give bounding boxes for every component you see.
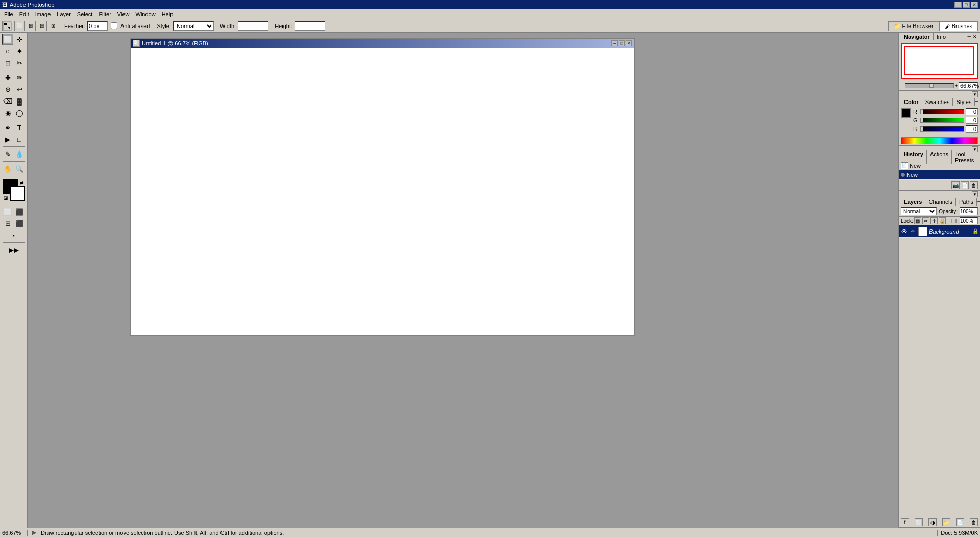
- full-screen-btn[interactable]: ▪: [8, 229, 19, 241]
- green-slider[interactable]: [920, 118, 964, 123]
- standard-screen-btn[interactable]: ⊞: [2, 218, 13, 229]
- tab-tool-presets[interactable]: Tool Presets: [952, 150, 977, 164]
- layer-adjust-btn[interactable]: ◑: [928, 518, 937, 526]
- file-browser-tab[interactable]: 📁 File Browser: [888, 21, 939, 31]
- brush-tool[interactable]: ✏: [14, 72, 25, 83]
- jump-to-imageready-btn[interactable]: ▶▶: [3, 244, 25, 255]
- menu-view[interactable]: View: [114, 10, 133, 18]
- lock-pixels-btn[interactable]: ✏: [922, 217, 929, 224]
- notes-tool[interactable]: ✎: [2, 148, 13, 160]
- history-delete-btn[interactable]: 🗑: [970, 181, 978, 189]
- menu-file[interactable]: File: [1, 10, 16, 18]
- tab-actions[interactable]: Actions: [927, 150, 952, 164]
- navigator-close-btn[interactable]: ✕: [972, 34, 978, 40]
- brushes-tab[interactable]: 🖌 Brushes: [939, 21, 978, 31]
- lock-all-btn[interactable]: 🔒: [939, 217, 946, 224]
- magic-wand-tool[interactable]: ✦: [14, 45, 25, 57]
- background-color[interactable]: [10, 186, 25, 201]
- zoom-in-btn[interactable]: +: [955, 83, 958, 88]
- zoom-tool[interactable]: 🔍: [14, 163, 25, 174]
- move-tool[interactable]: ✛: [14, 34, 25, 45]
- new-selection-btn[interactable]: ⬜: [14, 21, 24, 31]
- layer-visibility-icon[interactable]: 👁: [901, 228, 908, 235]
- doc-minimize-btn[interactable]: ─: [611, 40, 618, 46]
- subtract-selection-btn[interactable]: ⊟: [37, 21, 47, 31]
- blend-mode-select[interactable]: Normal Dissolve Multiply: [901, 207, 937, 215]
- close-button[interactable]: ✕: [971, 2, 978, 8]
- anti-alias-checkbox[interactable]: [111, 22, 117, 29]
- zoom-out-btn[interactable]: ─: [901, 83, 904, 88]
- fill-input[interactable]: [960, 217, 978, 224]
- quickmask-mode-btn[interactable]: ⬛: [14, 206, 25, 217]
- menu-help[interactable]: Help: [159, 10, 177, 18]
- red-slider[interactable]: [920, 109, 964, 114]
- history-item-1[interactable]: New: [899, 170, 980, 180]
- hand-tool[interactable]: ✋: [2, 163, 13, 174]
- standard-mode-btn[interactable]: ⬜: [2, 206, 13, 217]
- menu-edit[interactable]: Edit: [16, 10, 32, 18]
- add-selection-btn[interactable]: ⊞: [26, 21, 36, 31]
- dodge-tool[interactable]: ◯: [14, 107, 25, 118]
- height-input[interactable]: [295, 21, 325, 31]
- tab-navigator[interactable]: Navigator: [901, 33, 934, 40]
- opacity-input[interactable]: [960, 207, 978, 215]
- tab-layers[interactable]: Layers: [901, 198, 925, 206]
- eraser-tool[interactable]: ⌫: [2, 95, 13, 107]
- status-play-btn[interactable]: ▶: [31, 529, 38, 536]
- full-screen-menu-btn[interactable]: ⬛: [14, 218, 25, 229]
- swap-colors-icon[interactable]: ⇄: [20, 180, 24, 185]
- color-foreground-swatch[interactable]: [901, 108, 911, 118]
- history-new-doc-btn[interactable]: 📄: [961, 181, 969, 189]
- feather-input[interactable]: [87, 21, 108, 31]
- b-value[interactable]: [966, 125, 978, 133]
- layer-style-btn[interactable]: f: [901, 518, 909, 526]
- default-colors-icon[interactable]: ◪: [4, 195, 8, 200]
- document-canvas[interactable]: [131, 48, 634, 335]
- history-collapse-btn[interactable]: ─: [977, 154, 980, 160]
- zoom-slider[interactable]: [905, 83, 953, 88]
- tab-channels[interactable]: Channels: [925, 198, 955, 206]
- tab-paths[interactable]: Paths: [956, 198, 977, 206]
- intersect-selection-btn[interactable]: ⊠: [48, 21, 58, 31]
- shape-tool[interactable]: □: [14, 134, 25, 145]
- menu-image[interactable]: Image: [32, 10, 54, 18]
- layer-item-background[interactable]: 👁 ✏ Background 🔒: [899, 225, 980, 238]
- slice-tool[interactable]: ✂: [14, 57, 25, 68]
- layers-collapse-btn[interactable]: ─: [977, 199, 980, 205]
- clone-stamp-tool[interactable]: ⊕: [2, 84, 13, 95]
- tab-styles[interactable]: Styles: [953, 98, 975, 106]
- history-brush-tool[interactable]: ↩: [14, 84, 25, 95]
- layer-mask-btn[interactable]: ⬜: [915, 518, 923, 526]
- navigator-collapse-btn[interactable]: ─: [968, 34, 971, 40]
- gradient-tool[interactable]: ▓: [14, 95, 25, 107]
- blue-slider[interactable]: [920, 126, 964, 132]
- crop-tool[interactable]: ⊡: [2, 57, 13, 68]
- blur-tool[interactable]: ◉: [2, 107, 13, 118]
- tab-info[interactable]: Info: [934, 33, 949, 40]
- g-value[interactable]: [966, 117, 978, 124]
- menu-select[interactable]: Select: [74, 10, 96, 18]
- tab-swatches[interactable]: Swatches: [922, 98, 953, 106]
- color-spectrum[interactable]: [901, 137, 978, 144]
- lock-position-btn[interactable]: ✛: [930, 217, 938, 224]
- pen-tool[interactable]: ✒: [2, 122, 13, 133]
- lasso-tool[interactable]: ○: [2, 45, 13, 57]
- layer-new-btn[interactable]: 📄: [956, 518, 964, 526]
- eyedropper-tool[interactable]: 💧: [14, 148, 25, 160]
- minimize-button[interactable]: ─: [954, 2, 962, 8]
- history-panel-menu-btn[interactable]: ▼: [972, 191, 978, 197]
- layer-group-btn[interactable]: 📁: [942, 518, 950, 526]
- layer-delete-btn[interactable]: 🗑: [970, 518, 978, 526]
- width-input[interactable]: [238, 21, 268, 31]
- doc-close-btn[interactable]: ✕: [626, 40, 632, 46]
- menu-filter[interactable]: Filter: [95, 10, 114, 18]
- style-select[interactable]: Normal Fixed Aspect Ratio Fixed Size: [173, 21, 214, 31]
- r-value[interactable]: [966, 108, 978, 115]
- menu-window[interactable]: Window: [133, 10, 159, 18]
- healing-brush-tool[interactable]: ✚: [2, 72, 13, 83]
- tab-color[interactable]: Color: [901, 98, 922, 106]
- color-collapse-btn[interactable]: ─: [975, 99, 978, 105]
- history-snapshot-btn[interactable]: 📷: [951, 181, 960, 189]
- rectangular-marquee-tool[interactable]: ⬜: [2, 34, 13, 45]
- tool-preset-picker[interactable]: ▼: [2, 21, 12, 31]
